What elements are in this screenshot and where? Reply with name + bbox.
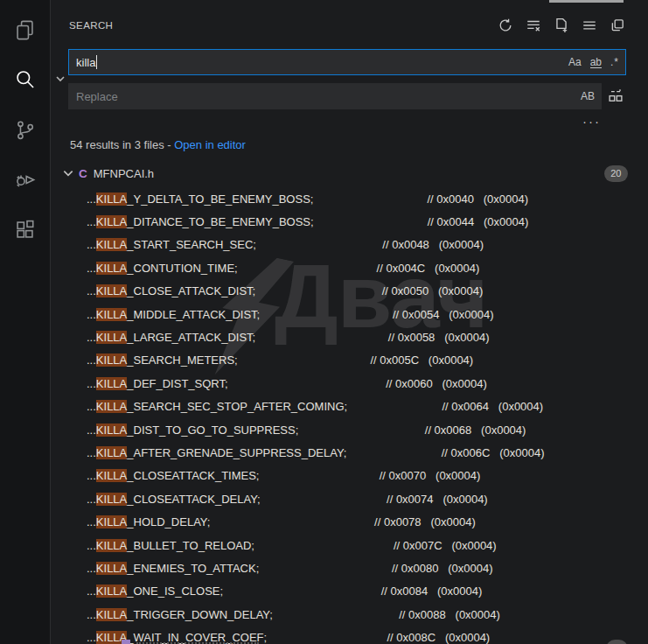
result-prefix: ... bbox=[87, 562, 96, 575]
result-tail: _Y_DELTA_TO_BE_ENEMY_BOSS; // 0x0040 (0x… bbox=[127, 192, 528, 206]
chevron-down-icon[interactable] bbox=[62, 167, 76, 181]
refresh-icon bbox=[498, 21, 513, 36]
next-file-badge-sliver bbox=[606, 640, 628, 644]
result-prefix: ... bbox=[87, 284, 96, 298]
result-match-highlight: KILLA bbox=[96, 377, 127, 390]
result-match-highlight: KILLA bbox=[96, 515, 127, 528]
search-result-row[interactable]: ...KILLA_SEARCH_SEC_STOP_AFTER_COMING; /… bbox=[52, 396, 648, 418]
partial-next-file-row bbox=[103, 640, 648, 644]
result-prefix: ... bbox=[87, 262, 96, 275]
result-prefix: ... bbox=[87, 424, 96, 437]
search-result-row[interactable]: ...KILLA_BULLET_TO_RELOAD; // 0x007C (0x… bbox=[52, 534, 648, 556]
result-match-highlight: KILLA bbox=[96, 238, 127, 251]
open-in-editor-link[interactable]: Open in editor bbox=[174, 138, 246, 151]
explorer-icon bbox=[13, 18, 37, 46]
refresh-button[interactable] bbox=[498, 18, 513, 33]
match-count-badge: 20 bbox=[604, 165, 628, 181]
search-result-row[interactable]: ...KILLA_CLOSEATTACK_DELAY; // 0x0074 (0… bbox=[52, 487, 648, 510]
sidebar-item-source-control[interactable] bbox=[4, 107, 46, 157]
result-match-highlight: KILLA bbox=[96, 354, 127, 367]
replace-placeholder: Replace bbox=[69, 90, 118, 103]
result-tail: _DITANCE_TO_BE_ENEMY_BOSS; // 0x0044 (0x… bbox=[127, 215, 528, 228]
result-tail: _CLOSEATTACK_DELAY; // 0x0074 (0x0004) bbox=[127, 493, 487, 506]
result-tail: _ENEMIES_TO_ATTACK; // 0x0080 (0x0004) bbox=[127, 562, 492, 575]
search-query-text: killa bbox=[69, 56, 95, 69]
sidebar-item-explorer[interactable] bbox=[4, 7, 46, 57]
replace-input[interactable]: Replace AB bbox=[68, 83, 602, 109]
result-prefix: ... bbox=[87, 400, 96, 413]
open-in-editor-icon bbox=[610, 21, 625, 36]
result-prefix: ... bbox=[87, 446, 96, 459]
search-result-row[interactable]: ...KILLA_CLOSEATTACK_TIMES; // 0x0070 (0… bbox=[52, 465, 648, 487]
result-tail: _AFTER_GRENADE_SUPPRESS_DELAY; // 0x006C… bbox=[127, 446, 544, 459]
search-result-row[interactable]: ...KILLA_LARGE_ATTACK_DIST; // 0x0058 (0… bbox=[52, 326, 648, 348]
open-new-search-editor-button[interactable] bbox=[554, 18, 569, 33]
search-side-panel: SEARCH bbox=[52, 0, 648, 644]
result-tail: _START_SEARCH_SEC; // 0x0048 (0x0004) bbox=[127, 238, 484, 251]
search-result-row[interactable]: ...KILLA_CLOSE_ATTACK_DIST; // 0x0050 (0… bbox=[52, 280, 648, 303]
search-result-row[interactable]: ...KILLA_DIST_TO_GO_TO_SUPPRESS; // 0x00… bbox=[52, 418, 648, 441]
next-file-icon-sliver bbox=[122, 640, 130, 644]
search-result-row[interactable]: ...KILLA_START_SEARCH_SEC; // 0x0048 (0x… bbox=[52, 234, 648, 256]
result-prefix: ... bbox=[87, 608, 96, 621]
replace-row: Replace AB bbox=[68, 83, 626, 109]
search-result-row[interactable]: ...KILLA_CONTUTION_TIME; // 0x004C (0x00… bbox=[52, 256, 648, 279]
regex-button[interactable]: .* bbox=[610, 57, 619, 67]
search-result-row[interactable]: ...KILLA_DITANCE_TO_BE_ENEMY_BOSS; // 0x… bbox=[52, 210, 648, 233]
result-match-highlight: KILLA bbox=[96, 608, 127, 621]
search-input[interactable]: killa Aa ab .* bbox=[68, 49, 626, 75]
toggle-replace-button[interactable] bbox=[52, 49, 68, 110]
result-prefix: ... bbox=[87, 377, 96, 390]
result-prefix: ... bbox=[87, 238, 96, 251]
search-result-row[interactable]: ...KILLA_ONE_IS_CLOSE; // 0x0084 (0x0004… bbox=[52, 580, 648, 603]
activity-bar bbox=[0, 0, 51, 644]
expand-all-button[interactable] bbox=[582, 18, 597, 33]
result-tail: _SEARCH_SEC_STOP_AFTER_COMING; // 0x0064… bbox=[127, 400, 543, 413]
preserve-case-button[interactable]: AB bbox=[581, 91, 595, 102]
sidebar-item-extensions[interactable] bbox=[4, 206, 46, 256]
search-results-list: ...KILLA_Y_DELTA_TO_BE_ENEMY_BOSS; // 0x… bbox=[52, 187, 648, 644]
result-match-highlight: KILLA bbox=[96, 584, 127, 598]
sidebar-item-search[interactable] bbox=[4, 57, 46, 107]
whole-word-button[interactable]: ab bbox=[590, 57, 602, 68]
result-tail: _DIST_TO_GO_TO_SUPPRESS; // 0x0068 (0x00… bbox=[127, 424, 526, 437]
result-match-highlight: KILLA bbox=[96, 562, 127, 575]
run-debug-icon bbox=[13, 168, 37, 195]
new-search-editor-icon bbox=[554, 21, 569, 36]
result-match-highlight: KILLA bbox=[96, 446, 127, 459]
result-tail: _DEF_DIST_SQRT; // 0x0060 (0x0004) bbox=[127, 377, 487, 390]
search-result-row[interactable]: ...KILLA_AFTER_GRENADE_SUPPRESS_DELAY; /… bbox=[52, 441, 648, 464]
result-tail: _MIDDLE_ATTACK_DIST; // 0x0054 (0x0004) bbox=[127, 308, 493, 321]
search-result-row[interactable]: ...KILLA_Y_DELTA_TO_BE_ENEMY_BOSS; // 0x… bbox=[52, 187, 648, 210]
result-prefix: ... bbox=[87, 215, 96, 228]
open-search-in-panel-button[interactable] bbox=[610, 18, 625, 33]
search-result-row[interactable]: ...KILLA_TRIGGER_DOWN_DELAY; // 0x0088 (… bbox=[52, 603, 648, 626]
result-tail: _CLOSEATTACK_TIMES; // 0x0070 (0x0004) bbox=[127, 469, 480, 482]
more-row: ··· bbox=[68, 118, 626, 130]
clear-search-results-button[interactable] bbox=[526, 18, 541, 33]
search-result-row[interactable]: ...KILLA_SEARCH_METERS; // 0x005C (0x000… bbox=[52, 349, 648, 372]
search-result-row[interactable]: ...KILLA_ENEMIES_TO_ATTACK; // 0x0080 (0… bbox=[52, 556, 648, 579]
toggle-search-details-button[interactable]: ··· bbox=[582, 118, 601, 130]
extensions-icon bbox=[13, 218, 37, 245]
result-tail: _SEARCH_METERS; // 0x005C (0x0004) bbox=[127, 354, 473, 367]
result-match-highlight: KILLA bbox=[96, 308, 127, 321]
expand-results-icon bbox=[582, 21, 597, 36]
file-result-header[interactable]: C MFNPCAI.h 20 bbox=[52, 163, 648, 185]
result-match-highlight: KILLA bbox=[96, 192, 127, 206]
result-match-highlight: KILLA bbox=[96, 284, 127, 298]
result-tail: _TRIGGER_DOWN_DELAY; // 0x0088 (0x0004) bbox=[127, 608, 500, 621]
result-prefix: ... bbox=[87, 331, 96, 344]
result-prefix: ... bbox=[87, 354, 96, 367]
search-result-row[interactable]: ...KILLA_HOLD_DELAY; // 0x0078 (0x0004) bbox=[52, 510, 648, 533]
sidebar-item-run-debug[interactable] bbox=[4, 157, 46, 206]
results-count-text: 54 results in 3 files bbox=[70, 138, 164, 151]
replace-options: AB bbox=[581, 84, 595, 108]
replace-all-icon bbox=[607, 92, 624, 107]
replace-all-button[interactable] bbox=[607, 87, 626, 106]
source-control-icon bbox=[13, 118, 37, 145]
search-result-row[interactable]: ...KILLA_DEF_DIST_SQRT; // 0x0060 (0x000… bbox=[52, 372, 648, 395]
match-case-button[interactable]: Aa bbox=[568, 57, 582, 67]
search-result-row[interactable]: ...KILLA_MIDDLE_ATTACK_DIST; // 0x0054 (… bbox=[52, 303, 648, 326]
result-prefix: ... bbox=[87, 308, 96, 321]
